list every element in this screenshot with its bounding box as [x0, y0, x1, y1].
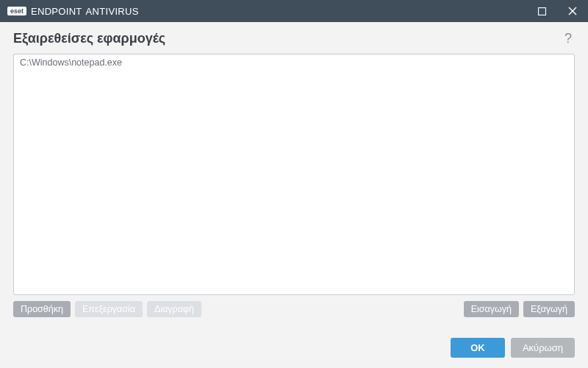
export-button[interactable]: Εξαγωγή	[523, 301, 575, 317]
add-button[interactable]: Προσθήκη	[13, 301, 71, 317]
edit-button: Επεξεργασία	[75, 301, 143, 317]
svg-rect-0	[538, 7, 545, 15]
exclusions-list[interactable]: C:\Windows\notepad.exe	[13, 54, 575, 295]
maximize-icon	[538, 7, 546, 15]
delete-button: Διαγραφή	[147, 301, 201, 317]
brand-endpoint: ENDPOINT	[31, 6, 82, 17]
help-icon[interactable]: ?	[562, 29, 575, 48]
app-window: eset ENDPOINT ANTIVIRUS Εξαιρεθείσες εφα…	[0, 0, 588, 368]
titlebar: eset ENDPOINT ANTIVIRUS	[0, 0, 588, 22]
brand-badge: eset	[7, 7, 26, 15]
list-item-path: C:\Windows\notepad.exe	[20, 57, 122, 68]
maximize-button[interactable]	[526, 0, 557, 22]
dialog-footer: OK Ακύρωση	[0, 317, 588, 368]
list-toolbar: Προσθήκη Επεξεργασία Διαγραφή Εισαγωγή Ε…	[0, 295, 588, 317]
ok-button[interactable]: OK	[451, 338, 505, 358]
dialog-header: Εξαιρεθείσες εφαρμογές ?	[0, 22, 588, 54]
import-button[interactable]: Εισαγωγή	[464, 301, 519, 317]
close-icon	[568, 7, 577, 15]
brand-antivirus: ANTIVIRUS	[86, 6, 139, 17]
page-title: Εξαιρεθείσες εφαρμογές	[13, 31, 562, 46]
close-button[interactable]	[557, 0, 588, 22]
cancel-button[interactable]: Ακύρωση	[511, 338, 575, 358]
list-item[interactable]: C:\Windows\notepad.exe	[14, 54, 574, 71]
